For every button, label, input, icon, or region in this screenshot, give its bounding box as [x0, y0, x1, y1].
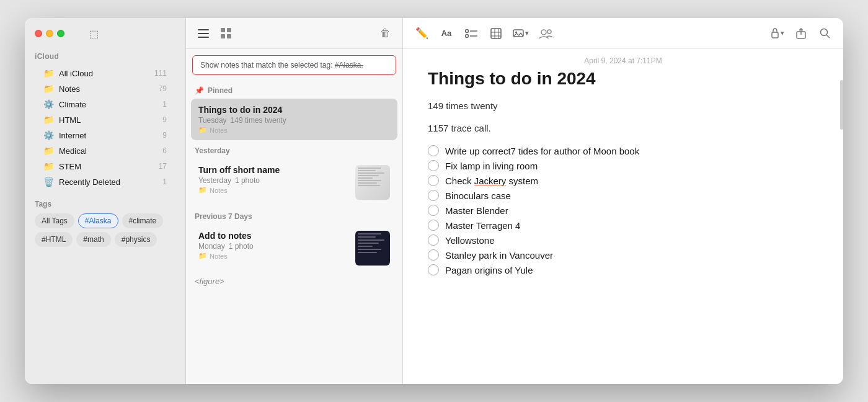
checklist-item-4: Master Blender	[428, 203, 818, 218]
check-circle-5[interactable]	[428, 220, 439, 231]
tag-alaska[interactable]: #Alaska	[78, 213, 118, 228]
svg-rect-1	[198, 33, 209, 34]
sidebar-count-climate: 1	[162, 100, 167, 109]
tag-filter-banner: Show notes that match the selected tag: …	[192, 55, 396, 75]
note-meta-things-2024: Tuesday 149 times twenty	[198, 116, 390, 125]
sidebar-label-internet: Internet	[59, 131, 86, 140]
note-item-add-to-notes[interactable]: Add to notes Monday 1 photo 📁 Notes	[191, 225, 397, 272]
tag-physics[interactable]: #physics	[115, 232, 157, 247]
note-meta-add-to-notes: Monday 1 photo	[198, 242, 349, 251]
media-button[interactable]: ▾	[512, 25, 529, 42]
note-item-inner-2: Add to notes Monday 1 photo 📁 Notes	[198, 231, 390, 266]
note-item-things-2024[interactable]: Things to do in 2024 Tuesday 149 times t…	[191, 99, 397, 140]
sidebar-item-internet[interactable]: ⚙️ Internet 9	[33, 128, 177, 143]
folder-icon-html: 📁	[43, 115, 54, 125]
lock-button[interactable]: ▾	[769, 25, 786, 42]
tag-filter-text: Show notes that match the selected tag:	[200, 61, 332, 69]
check-circle-1[interactable]	[428, 160, 439, 171]
svg-rect-0	[198, 29, 209, 30]
folder-icon-notes: 📁	[43, 84, 54, 94]
sidebar-item-all-icloud[interactable]: 📁 All iCloud 111	[33, 66, 177, 81]
tag-climate[interactable]: #climate	[122, 213, 164, 228]
checklist-text-1: Fix lamp in living room	[445, 161, 538, 171]
checklist-text-5: Master Terragen 4	[445, 220, 520, 231]
svg-point-18	[541, 30, 546, 35]
check-circle-8[interactable]	[428, 264, 439, 275]
note-body-text-1: 149 times twenty	[428, 99, 818, 114]
close-button[interactable]	[35, 30, 42, 37]
check-circle-2[interactable]	[428, 175, 439, 186]
check-circle-3[interactable]	[428, 190, 439, 201]
sidebar-label-climate: Climate	[59, 100, 86, 109]
maximize-button[interactable]	[57, 30, 64, 37]
checklist-text-4: Master Blender	[445, 205, 508, 216]
sidebar-item-html[interactable]: 📁 HTML 9	[33, 112, 177, 127]
new-note-button[interactable]: ✏️	[413, 25, 430, 42]
tags-grid: All Tags #Alaska #climate #HTML #math #p…	[35, 213, 175, 247]
sidebar-count-stem: 17	[159, 162, 167, 171]
note-date-turn-off: Yesterday	[198, 176, 231, 185]
tag-all-tags[interactable]: All Tags	[35, 213, 74, 228]
collaboration-button[interactable]	[537, 25, 554, 42]
sidebar-item-notes[interactable]: 📁 Notes 79	[33, 81, 177, 96]
note-preview-turn-off: 1 photo	[235, 176, 260, 185]
grid-view-button[interactable]	[217, 25, 234, 42]
pinned-section-header: 📌 Pinned	[186, 81, 402, 97]
traffic-lights	[35, 30, 64, 37]
folder-icon: 📁	[43, 68, 54, 78]
folder-icon-small-2: 📁	[198, 186, 207, 194]
sidebar-count-html: 9	[162, 115, 167, 124]
checklist-button[interactable]	[463, 25, 480, 42]
folder-icon-small: 📁	[198, 126, 207, 134]
share-button[interactable]	[792, 25, 810, 42]
svg-rect-5	[221, 34, 225, 38]
sidebar-toggle-icon[interactable]: ⬚	[89, 28, 99, 40]
previous-7-days-label: Previous 7 Days	[195, 212, 252, 221]
sidebar-count-all-icloud: 111	[154, 69, 167, 78]
check-circle-4[interactable]	[428, 205, 439, 216]
note-toolbar-right: ▾	[769, 25, 833, 42]
pinned-label: Pinned	[208, 86, 232, 95]
checklist-text-6: Yellowstone	[445, 235, 495, 246]
note-body-text-2: 1157 trace call.	[428, 121, 818, 136]
checklist-text-3: Binoculars case	[445, 190, 511, 201]
search-button[interactable]	[816, 25, 833, 42]
sidebar-item-stem[interactable]: 📁 STEM 17	[33, 159, 177, 174]
svg-point-9	[466, 34, 469, 37]
svg-rect-2	[198, 37, 209, 38]
previous-7-days-section-header: Previous 7 Days	[186, 207, 402, 223]
delete-note-button[interactable]: 🗑	[376, 25, 394, 42]
tag-math[interactable]: #math	[76, 232, 110, 247]
tags-section: Tags All Tags #Alaska #climate #HTML #ma…	[25, 195, 185, 249]
checklist-item-7: Stanley park in Vancouver	[428, 248, 818, 262]
trash-icon: 🗑️	[43, 177, 54, 187]
scrollbar-track	[840, 68, 843, 384]
tag-html[interactable]: #HTML	[35, 232, 73, 247]
checklist-item-5: Master Terragen 4	[428, 218, 818, 233]
sidebar-item-medical[interactable]: 📁 Medical 6	[33, 143, 177, 158]
gear-icon-internet: ⚙️	[43, 130, 54, 140]
note-item-turn-off-short-name[interactable]: Turn off short name Yesterday 1 photo 📁 …	[191, 159, 397, 206]
checklist-text-8: Pagan origins of Yule	[445, 265, 533, 275]
check-circle-6[interactable]	[428, 234, 439, 246]
thumbnail-preview-light	[355, 165, 390, 200]
note-title-things-2024: Things to do in 2024	[198, 105, 390, 115]
note-content-add-to-notes: Add to notes Monday 1 photo 📁 Notes	[198, 231, 349, 260]
table-button[interactable]	[487, 25, 505, 42]
scrollbar-thumb[interactable]	[840, 80, 843, 130]
check-circle-0[interactable]	[428, 145, 439, 156]
note-date: April 9, 2024 at 7:11PM	[403, 49, 843, 69]
note-thumbnail-add-to-notes	[355, 231, 390, 266]
minimize-button[interactable]	[46, 30, 53, 37]
notes-list: 📌 Pinned Things to do in 2024 Tuesday 14…	[186, 79, 402, 384]
list-view-button[interactable]	[195, 25, 212, 42]
check-circle-7[interactable]	[428, 249, 439, 261]
note-content-panel: ✏️ Aa	[403, 18, 843, 384]
sidebar-item-recently-deleted[interactable]: 🗑️ Recently Deleted 1	[33, 174, 177, 189]
note-title: Things to do in 2024	[428, 69, 818, 89]
font-format-button[interactable]: Aa	[438, 25, 455, 42]
note-thumbnail-turn-off	[355, 165, 390, 200]
sidebar-item-climate[interactable]: ⚙️ Climate 1	[33, 97, 177, 112]
svg-point-19	[547, 30, 551, 34]
checklist-item-0: Write up correct7 tides for author of Mo…	[428, 143, 818, 158]
